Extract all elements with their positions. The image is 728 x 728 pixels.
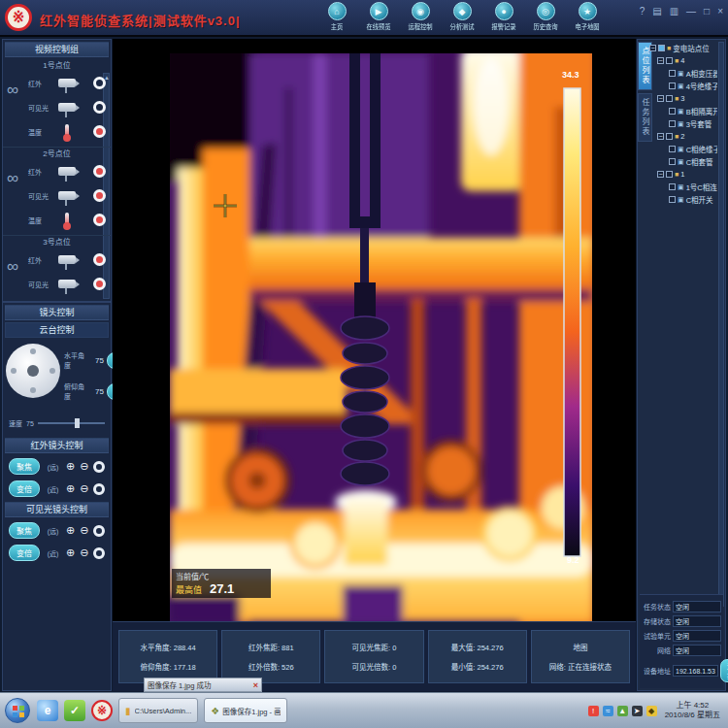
connect-button[interactable]: 连接 (720, 659, 728, 682)
tree-root[interactable]: − ■ 变电站点位 (649, 42, 717, 54)
tray-network-icon[interactable]: ≈ (603, 706, 613, 716)
channel-toggle[interactable] (93, 165, 106, 178)
help-icon[interactable]: ? (640, 6, 645, 17)
camera-group-3: 3号点位 ∞ 红外 可见光 (3, 236, 111, 299)
stop-icon[interactable] (93, 483, 105, 495)
taskbar-window-explorer[interactable]: ▮ C:\Users\Admin... (118, 698, 198, 723)
zoom-in-icon[interactable]: ⊕ (66, 525, 75, 536)
menu-item-live-preview[interactable]: ▶ 在线预览 (364, 2, 393, 31)
storage-status-field[interactable]: 空闲 (673, 615, 721, 627)
menu-item-map[interactable]: ★ 电子地图 (573, 2, 602, 31)
antivirus-icon[interactable]: ✓ (64, 700, 85, 721)
ir-zoom-button[interactable]: 变倍 (9, 480, 40, 497)
layout-icon[interactable]: ▥ (670, 6, 678, 17)
tree-item[interactable]: ▣ C相开关 (669, 193, 717, 206)
checkbox[interactable] (669, 108, 676, 115)
channel-toggle[interactable] (93, 189, 106, 202)
menu-item-home[interactable]: ⌂ 主页 (322, 2, 351, 31)
tray-update-icon[interactable]: ▲ (617, 706, 628, 716)
zoom-out-icon[interactable]: ⊖ (80, 547, 88, 558)
tree-item[interactable]: ▣ B相隔离开关 (669, 105, 717, 117)
checkbox[interactable] (669, 70, 676, 77)
checkbox[interactable] (669, 196, 676, 203)
checkbox[interactable] (669, 183, 676, 190)
folder-icon: ▮ (125, 706, 131, 716)
checkbox[interactable] (666, 95, 673, 102)
right-panel: 点位列表 任务列表 − ■ 变电站点位 − ■ 4 ▣ (637, 39, 726, 691)
top-menu: ⌂ 主页 ▶ 在线预览 ◉ 远程控制 ◆ 分析测试 ● 报警记录 ◎ 历史查询 (322, 2, 602, 31)
checkbox[interactable] (669, 158, 676, 165)
task-status-field[interactable]: 空闲 (673, 601, 721, 612)
user-icon[interactable]: ▤ (652, 6, 661, 17)
channel-toggle[interactable] (93, 253, 106, 266)
expander-icon[interactable]: − (657, 57, 664, 64)
tray-cursor-icon[interactable]: ➤ (632, 706, 643, 716)
tray-alert-icon[interactable]: ! (588, 706, 599, 716)
expander-icon[interactable]: − (657, 133, 664, 140)
camera-icon (58, 191, 76, 200)
network-field[interactable]: 空闲 (673, 645, 721, 656)
checkbox[interactable] (669, 83, 676, 89)
tree-item[interactable]: ▣ 1号C相连接位 (669, 181, 717, 193)
ptz-joystick[interactable] (6, 344, 60, 398)
tree-group[interactable]: − ■ 2 (657, 130, 717, 143)
channel-toggle[interactable] (93, 125, 106, 138)
channel-toggle[interactable] (93, 77, 106, 89)
checkbox[interactable] (658, 45, 665, 51)
app-taskbar-icon[interactable]: ※ (91, 700, 113, 721)
tree-item[interactable]: ▣ C相套管 (669, 155, 717, 168)
zoom-in-icon[interactable]: ⊕ (66, 483, 75, 494)
toast-close-icon[interactable]: × (253, 680, 258, 690)
device-ip-field[interactable]: 192.168.1.53 (673, 665, 718, 677)
thermal-image[interactable] (170, 53, 592, 621)
stop-icon[interactable] (93, 525, 105, 537)
vis-zoom-button[interactable]: 变倍 (9, 545, 40, 561)
zoom-out-icon[interactable]: ⊖ (80, 483, 88, 494)
zoom-in-icon[interactable]: ⊕ (66, 461, 75, 472)
slider-thumb[interactable] (75, 418, 80, 428)
tree-scrollbar[interactable] (718, 42, 724, 607)
expander-icon[interactable]: − (657, 95, 664, 102)
maximize-button[interactable]: □ (704, 6, 710, 17)
zoom-out-icon[interactable]: ⊖ (80, 461, 88, 472)
checkbox[interactable] (666, 57, 673, 64)
close-button[interactable]: × (717, 6, 723, 17)
test-unit-field[interactable]: 空闲 (673, 630, 721, 642)
checkbox[interactable] (669, 120, 676, 127)
menu-item-remote-control[interactable]: ◉ 远程控制 (406, 2, 435, 31)
stop-icon[interactable] (93, 461, 105, 473)
tree-group[interactable]: − ■ 3 (657, 92, 717, 105)
speed-slider[interactable] (38, 422, 105, 424)
ir-lens-header: 红外镜头控制 (5, 438, 109, 453)
channel-toggle[interactable] (93, 214, 106, 226)
checkbox[interactable] (666, 171, 673, 178)
tree-item[interactable]: ▣ C相绝缘子 (669, 143, 717, 155)
channel-toggle[interactable] (93, 101, 106, 114)
tree-item[interactable]: ▣ 4号绝缘子 (669, 80, 717, 92)
menu-item-analysis[interactable]: ◆ 分析测试 (447, 2, 477, 31)
zoom-in-icon[interactable]: ⊕ (66, 547, 75, 558)
taskbar-clock[interactable]: 上午 4:52 2010/8/6 星期五 (661, 701, 724, 720)
start-button[interactable] (5, 698, 30, 723)
checkbox[interactable] (669, 146, 676, 152)
tree-group[interactable]: − ■ 4 (657, 54, 717, 67)
browser-icon[interactable]: e (37, 700, 58, 721)
tray-shield-icon[interactable]: ◆ (646, 706, 657, 716)
channel-toggle[interactable] (93, 278, 106, 290)
tree-item[interactable]: ▣ 3号套管 (669, 117, 717, 130)
zoom-out-icon[interactable]: ⊖ (80, 525, 88, 536)
tree-item[interactable]: ▣ A相变压器套管 (669, 67, 717, 80)
expander-icon[interactable]: − (649, 45, 656, 51)
camera-icon (58, 79, 76, 87)
stop-icon[interactable] (93, 547, 105, 559)
ir-focus-button[interactable]: 聚焦 (9, 458, 40, 475)
taskbar-window-image[interactable]: ❖ 图像保存1.jpg - 画图 (204, 698, 287, 723)
expander-icon[interactable]: − (657, 171, 664, 178)
app-logo-icon: ※ (5, 4, 32, 31)
menu-item-alarm-log[interactable]: ● 报警记录 (489, 2, 518, 31)
minimize-button[interactable]: — (686, 6, 696, 17)
vis-focus-button[interactable]: 聚焦 (9, 522, 40, 539)
checkbox[interactable] (666, 133, 673, 140)
tree-group[interactable]: − ■ 1 (657, 168, 717, 181)
menu-item-history[interactable]: ◎ 历史查询 (531, 2, 560, 31)
